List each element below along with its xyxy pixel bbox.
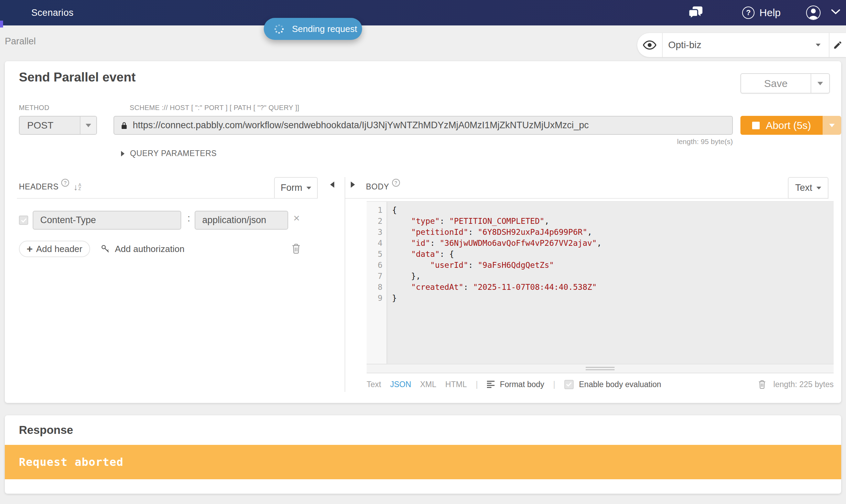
chevron-down-icon: [816, 187, 821, 189]
headers-label: HEADERS: [19, 182, 58, 191]
sort-az-icon[interactable]: ↓ AZ: [73, 183, 81, 191]
save-button[interactable]: Save: [740, 73, 830, 94]
line-number: 2: [367, 216, 387, 227]
editor-gutter: 123456789: [367, 202, 387, 364]
collapse-headers-panel-button[interactable]: [330, 182, 334, 188]
method-select[interactable]: POST: [19, 116, 97, 135]
method-label: METHOD: [19, 104, 49, 112]
body-editor[interactable]: 123456789 { "type": "PETITION_COMPLETED"…: [367, 201, 834, 364]
help-button[interactable]: ? Help: [742, 7, 781, 19]
code-line[interactable]: "createdAt": "2025-11-07T08:44:40.538Z": [392, 282, 834, 293]
body-evaluation-checkbox[interactable]: [564, 380, 574, 389]
code-line[interactable]: },: [392, 271, 834, 282]
chevron-down-icon: [306, 187, 311, 189]
chevron-down-icon: [817, 82, 823, 85]
abort-label: Abort (5s): [766, 120, 811, 131]
header-value-input[interactable]: application/json: [195, 211, 288, 230]
connection-name: Opti-biz: [668, 40, 701, 51]
code-line[interactable]: "data": {: [392, 249, 834, 260]
line-number: 3: [367, 227, 387, 238]
stop-icon: [752, 122, 760, 129]
line-number: 4: [367, 238, 387, 249]
body-label: BODY: [366, 182, 389, 191]
body-length: length: 225 bytes: [773, 380, 834, 389]
code-line[interactable]: "userId": "9aFsH6QdgQetZs": [392, 260, 834, 271]
divider: [17, 198, 318, 199]
code-line[interactable]: }: [392, 293, 834, 304]
help-icon: ?: [742, 7, 755, 19]
help-icon[interactable]: ?: [392, 179, 400, 187]
code-line[interactable]: {: [392, 205, 834, 216]
response-status-message: Request aborted: [19, 456, 123, 469]
add-header-label: Add header: [36, 244, 82, 254]
panel-splitter[interactable]: [345, 177, 345, 392]
plus-icon: +: [27, 244, 33, 253]
add-header-button[interactable]: + Add header: [19, 241, 90, 257]
line-number: 8: [367, 282, 387, 293]
headers-section-title: HEADERS ? ↓ AZ: [19, 182, 82, 191]
toolbar-row: Parallel Opti-biz: [0, 25, 846, 57]
save-dropdown-toggle[interactable]: [811, 74, 829, 93]
trash-icon[interactable]: [758, 379, 767, 390]
add-authorization-button[interactable]: Add authorization: [100, 241, 184, 257]
top-navbar: Scenarios ? Help: [0, 0, 846, 25]
key-icon: [100, 244, 110, 254]
header-value-text: application/json: [202, 215, 266, 226]
headers-mode-select[interactable]: Form: [274, 177, 318, 199]
arrow-down-icon: ↓: [73, 183, 78, 191]
line-number: 6: [367, 260, 387, 271]
code-line[interactable]: "petitionId": "6Y8DSH92uxPaJ4p699P6R",: [392, 227, 834, 238]
trash-icon[interactable]: [291, 243, 301, 256]
chevron-down-icon[interactable]: [831, 9, 840, 17]
editor-code[interactable]: { "type": "PETITION_COMPLETED", "petitio…: [387, 202, 834, 364]
page: Scenarios ? Help Sending request: [0, 0, 846, 504]
remove-header-button[interactable]: ×: [293, 212, 300, 224]
format-option-json[interactable]: JSON: [390, 380, 411, 389]
response-title: Response: [19, 424, 73, 437]
format-option-text[interactable]: Text: [367, 380, 381, 389]
chevron-down-icon: [86, 124, 91, 127]
response-status-banner: Request aborted: [5, 445, 841, 479]
help-label: Help: [759, 7, 781, 19]
header-enabled-checkbox[interactable]: [19, 216, 28, 225]
method-value: POST: [20, 120, 80, 131]
query-parameters-toggle[interactable]: QUERY PARAMETERS: [121, 149, 217, 158]
chevron-down-icon: [829, 124, 835, 127]
url-label: SCHEME :// HOST [ ":" PORT ] [ PATH [ "?…: [130, 104, 299, 112]
request-panel: Send Parallel event Save METHOD SCHEME :…: [5, 61, 841, 403]
chat-icon[interactable]: [688, 6, 704, 20]
az-letters: AZ: [78, 183, 82, 191]
line-number: 9: [367, 293, 387, 304]
body-mode-select[interactable]: Text: [788, 177, 828, 199]
toast-label: Sending request: [292, 24, 357, 34]
avatar-icon[interactable]: [806, 6, 821, 20]
spinner-icon: [274, 24, 284, 34]
chevron-down-icon: [816, 44, 821, 46]
collapse-body-panel-button[interactable]: [351, 182, 355, 188]
eye-icon[interactable]: [637, 40, 662, 50]
key-value-separator: :: [185, 213, 193, 224]
format-body-icon: [487, 380, 496, 388]
code-line[interactable]: "id": "36NjwUWDMo6avQoFfw4vP267VV2ajav",: [392, 238, 834, 249]
abort-dropdown-toggle[interactable]: [823, 116, 841, 135]
line-number: 1: [367, 205, 387, 216]
url-input[interactable]: https://connect.pabbly.com/workflow/send…: [113, 116, 733, 135]
line-number: 5: [367, 249, 387, 260]
format-option-xml[interactable]: XML: [420, 380, 436, 389]
divider: |: [553, 380, 555, 389]
format-option-html[interactable]: HTML: [445, 380, 467, 389]
header-key-input[interactable]: Content-Type: [33, 211, 181, 230]
format-body-button[interactable]: Format body: [487, 380, 544, 389]
help-icon[interactable]: ?: [61, 179, 69, 187]
code-line[interactable]: "type": "PETITION_COMPLETED",: [392, 216, 834, 227]
nav-title[interactable]: Scenarios: [31, 0, 74, 25]
divider: [345, 198, 789, 199]
sending-request-toast: Sending request: [264, 18, 362, 40]
method-select-toggle[interactable]: [80, 117, 96, 134]
abort-button[interactable]: Abort (5s): [740, 116, 841, 135]
edit-connection-button[interactable]: [829, 33, 846, 57]
divider: |: [476, 380, 478, 389]
connection-dropdown[interactable]: Opti-biz: [663, 33, 829, 57]
editor-resize-bar[interactable]: [367, 364, 834, 373]
connection-selector: Opti-biz: [637, 33, 846, 57]
